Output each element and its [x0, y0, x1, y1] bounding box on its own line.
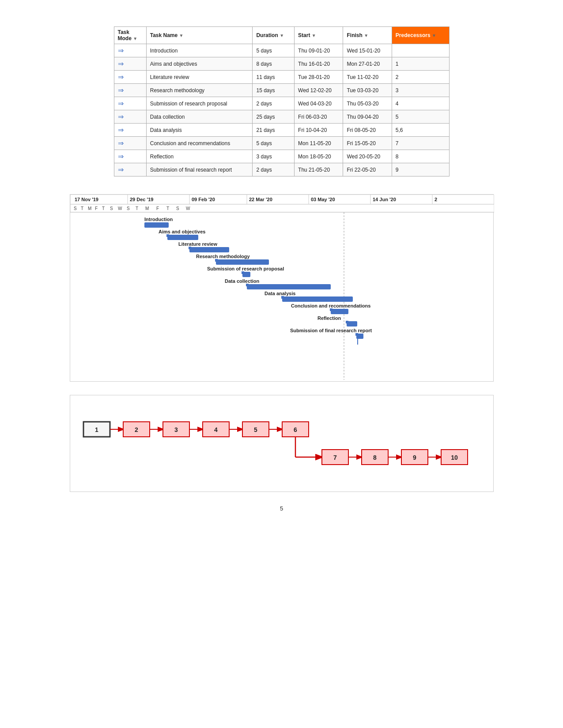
- task-start-cell: Mon 11-05-20: [295, 137, 343, 150]
- svg-text:2: 2: [435, 197, 437, 202]
- task-start-cell: Fri 10-04-20: [295, 124, 343, 137]
- task-predecessors-cell: 9: [392, 163, 449, 176]
- table-row: ⇒ Reflection 3 days Mon 18-05-20 Wed 20-…: [114, 150, 449, 163]
- svg-text:3: 3: [174, 426, 178, 433]
- svg-text:9: 9: [413, 454, 416, 461]
- task-duration-cell: 8 days: [253, 57, 295, 71]
- task-name-cell: Aims and objectives: [146, 57, 253, 71]
- th-predecessors: Predecessors ▼: [392, 27, 449, 44]
- table-row: ⇒ Submission of research proposal 2 days…: [114, 97, 449, 110]
- gantt-label-conc: Conclusion and recommendations: [291, 303, 370, 308]
- gantt-label-sub1: Submission of research proposal: [207, 266, 284, 271]
- svg-text:S: S: [74, 206, 77, 211]
- task-predecessors-cell: 2: [392, 71, 449, 84]
- gantt-connector-sub1: [242, 271, 244, 274]
- task-finish-cell: Wed 20-05-20: [343, 150, 392, 163]
- gantt-bar-dataanl: [282, 296, 353, 302]
- task-mode-icon: ⇒: [118, 60, 124, 68]
- task-mode-cell: ⇒: [114, 124, 146, 137]
- svg-text:S: S: [176, 206, 179, 211]
- task-name-cell: Submission of research proposal: [146, 97, 253, 110]
- svg-text:T: T: [81, 206, 83, 211]
- task-name-cell: Data collection: [146, 110, 253, 124]
- task-mode-cell: ⇒: [114, 57, 146, 71]
- network-svg: 1 2 3 4 5 6 7: [79, 404, 485, 484]
- svg-text:M: M: [88, 206, 91, 211]
- task-start-cell: Wed 12-02-20: [295, 84, 343, 97]
- task-predecessors-cell: 8: [392, 150, 449, 163]
- table-row: ⇒ Data collection 25 days Fri 06-03-20 T…: [114, 110, 449, 124]
- task-mode-cell: ⇒: [114, 110, 146, 124]
- gantt-chart-section: 17 Nov '19 29 Dec '19 09 Feb '20 22 Mar …: [70, 194, 494, 382]
- task-mode-cell: ⇒: [114, 84, 146, 97]
- gantt-label-dataanl: Data analysis: [264, 291, 295, 296]
- task-duration-cell: 15 days: [253, 84, 295, 97]
- gantt-connector-dataanl: [281, 296, 284, 299]
- task-duration-cell: 25 days: [253, 110, 295, 124]
- task-finish-cell: Tue 03-03-20: [343, 84, 392, 97]
- page-number: 5: [35, 505, 528, 512]
- task-name-cell: Data analysis: [146, 124, 253, 137]
- gantt-table: TaskMode ▼ Task Name ▼ Duration ▼ Start …: [114, 26, 450, 176]
- gantt-connector-sub2: [355, 333, 358, 336]
- task-duration-cell: 2 days: [253, 163, 295, 176]
- task-predecessors-cell: 3: [392, 84, 449, 97]
- th-start: Start ▼: [295, 27, 343, 44]
- gantt-label-datacol: Data collection: [225, 278, 260, 284]
- svg-text:8: 8: [373, 454, 377, 461]
- task-finish-cell: Tue 11-02-20: [343, 71, 392, 84]
- gantt-label-refl: Reflection: [317, 315, 341, 321]
- task-mode-icon: ⇒: [118, 47, 124, 54]
- task-predecessors-cell: [392, 44, 449, 57]
- task-mode-icon: ⇒: [118, 126, 124, 134]
- task-mode-icon: ⇒: [118, 113, 124, 120]
- svg-text:29 Dec '19: 29 Dec '19: [130, 197, 153, 202]
- gantt-label-intro: Introduction: [144, 217, 173, 222]
- task-finish-cell: Mon 27-01-20: [343, 57, 392, 71]
- svg-text:17 Nov '19: 17 Nov '19: [75, 197, 98, 202]
- task-name-cell: Submission of final research report: [146, 163, 253, 176]
- gantt-label-meth: Research methodology: [196, 254, 250, 259]
- task-start-cell: Thu 09-01-20: [295, 44, 343, 57]
- task-mode-cell: ⇒: [114, 137, 146, 150]
- th-task-mode: TaskMode ▼: [114, 27, 146, 44]
- svg-text:7: 7: [333, 454, 337, 461]
- task-mode-icon: ⇒: [118, 166, 124, 173]
- task-predecessors-cell: 5: [392, 110, 449, 124]
- task-mode-icon: ⇒: [118, 73, 124, 81]
- task-mode-cell: ⇒: [114, 163, 146, 176]
- th-duration: Duration ▼: [253, 27, 295, 44]
- th-task-name: Task Name ▼: [146, 27, 253, 44]
- svg-text:T: T: [102, 206, 105, 211]
- svg-text:S: S: [127, 206, 130, 211]
- gantt-bar-lit: [189, 247, 229, 252]
- task-duration-cell: 11 days: [253, 71, 295, 84]
- task-name-cell: Introduction: [146, 44, 253, 57]
- svg-text:1: 1: [95, 426, 98, 433]
- svg-text:6: 6: [294, 426, 297, 433]
- table-row: ⇒ Research methodology 15 days Wed 12-02…: [114, 84, 449, 97]
- task-mode-cell: ⇒: [114, 71, 146, 84]
- svg-text:W: W: [118, 206, 122, 211]
- table-row: ⇒ Introduction 5 days Thu 09-01-20 Wed 1…: [114, 44, 449, 57]
- task-predecessors-cell: 1: [392, 57, 449, 71]
- gantt-connector-refl: [346, 321, 348, 323]
- task-start-cell: Fri 06-03-20: [295, 110, 343, 124]
- table-row: ⇒ Data analysis 21 days Fri 10-04-20 Fri…: [114, 124, 449, 137]
- svg-text:F: F: [156, 206, 159, 211]
- task-predecessors-cell: 5,6: [392, 124, 449, 137]
- task-mode-icon: ⇒: [118, 100, 124, 107]
- task-duration-cell: 5 days: [253, 44, 295, 57]
- svg-rect-15: [70, 204, 494, 212]
- gantt-label-aims: Aims and objectives: [159, 229, 205, 234]
- svg-text:22 Mar '20: 22 Mar '20: [249, 197, 272, 202]
- task-duration-cell: 5 days: [253, 137, 295, 150]
- gantt-connector-aims: [166, 234, 169, 237]
- task-predecessors-cell: 4: [392, 97, 449, 110]
- gantt-label-lit: Literature review: [178, 241, 217, 247]
- task-finish-cell: Fri 08-05-20: [343, 124, 392, 137]
- gantt-connector-meth: [215, 259, 218, 262]
- gantt-connector-datacol: [246, 284, 249, 286]
- gantt-label-sub2: Submission of final research report: [290, 328, 372, 333]
- table-row: ⇒ Literature review 11 days Tue 28-01-20…: [114, 71, 449, 84]
